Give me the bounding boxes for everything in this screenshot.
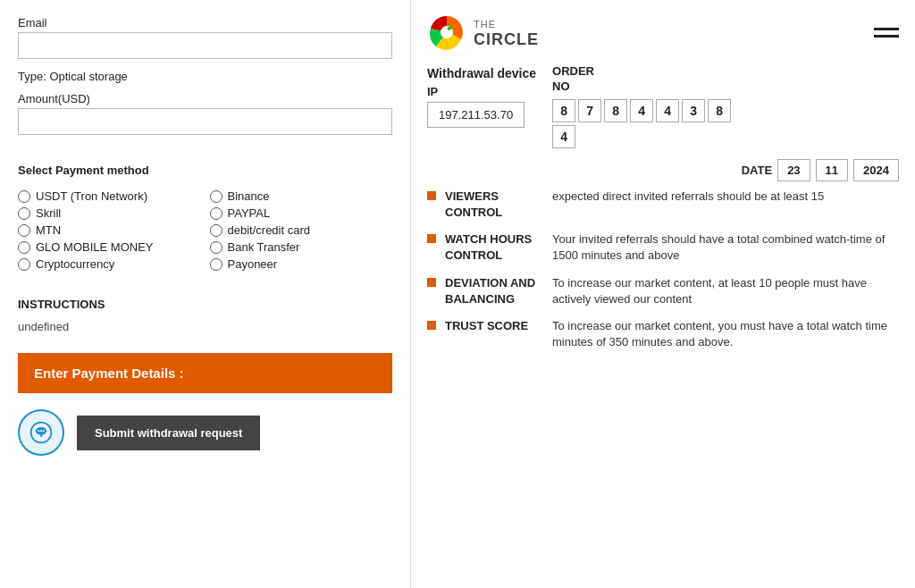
amount-label: Amount(USD) <box>18 92 392 105</box>
info-item-watch: WATCH HOURSCONTROL Your invited referral… <box>427 231 899 264</box>
digit-7: 4 <box>552 125 575 148</box>
payment-bank[interactable]: Bank Transfer <box>210 240 393 254</box>
date-day: 23 <box>777 159 810 181</box>
info-dot-viewers <box>427 191 436 200</box>
svg-point-4 <box>43 430 45 432</box>
digit-3: 4 <box>630 99 653 122</box>
payment-paypal-label: PAYPAL <box>228 206 271 220</box>
info-title-watch: WATCH HOURSCONTROL <box>445 231 543 264</box>
chat-icon-button[interactable] <box>18 409 64 456</box>
date-month: 11 <box>816 159 848 181</box>
info-dot-watch <box>427 234 436 243</box>
chat-icon <box>29 420 54 445</box>
payment-payoneer[interactable]: Payoneer <box>210 257 393 271</box>
logo-area: THE CIRCLE <box>427 13 539 52</box>
instructions-value: undefined <box>18 320 392 333</box>
info-content-deviation: DEVIATION ANDBALANCING To increase our m… <box>445 275 899 307</box>
payment-payoneer-label: Payoneer <box>228 257 278 271</box>
ip-value: 197.211.53.70 <box>427 102 525 128</box>
order-block: ORDERNO 8 7 8 4 4 3 8 4 <box>552 64 731 148</box>
digit-6: 8 <box>708 99 731 122</box>
payment-glo[interactable]: GLO MOBILE MONEY <box>18 240 201 254</box>
payment-bank-label: Bank Transfer <box>228 240 300 254</box>
radio-payoneer <box>210 258 222 271</box>
bottom-row: Submit withdrawal request <box>18 409 392 456</box>
digit-0: 8 <box>552 99 575 122</box>
logo-circle: CIRCLE <box>474 30 539 48</box>
withdrawal-ip-block: Withdrawal device IP 197.211.53.70 <box>427 64 536 128</box>
radio-crypto <box>18 258 30 271</box>
date-label: DATE <box>742 164 772 177</box>
logo-the: THE <box>474 19 496 29</box>
left-panel: Email Type: Optical storage Amount(USD) … <box>0 0 411 588</box>
info-desc-deviation: To increase our market content, at least… <box>552 275 899 307</box>
email-input[interactable] <box>18 32 392 59</box>
info-desc-viewers: expected direct invited referrals should… <box>552 189 824 205</box>
order-digits-row2: 4 <box>552 125 731 148</box>
info-dot-deviation <box>427 278 436 287</box>
payment-crypto[interactable]: Cryptocurrency <box>18 257 201 271</box>
payment-glo-label: GLO MOBILE MONEY <box>36 240 153 254</box>
logo-text: THE CIRCLE <box>474 16 539 49</box>
digit-5: 3 <box>682 99 705 122</box>
svg-point-3 <box>40 430 42 432</box>
info-item-trust: TRUST SCORE To increase our market conte… <box>427 318 899 350</box>
info-content-trust: TRUST SCORE To increase our market conte… <box>445 318 899 350</box>
radio-paypal <box>210 207 222 220</box>
info-content-watch: WATCH HOURSCONTROL Your invited referral… <box>445 231 899 264</box>
hamburger-line-2 <box>874 35 899 38</box>
right-panel: THE CIRCLE Withdrawal device IP 197.211.… <box>411 0 915 588</box>
radio-glo <box>18 241 30 254</box>
radio-debit <box>210 224 222 237</box>
date-year: 2024 <box>853 159 899 181</box>
digit-4: 4 <box>656 99 679 122</box>
order-digits-row1: 8 7 8 4 4 3 8 <box>552 99 731 122</box>
header-row: THE CIRCLE <box>427 13 899 52</box>
info-title-viewers: VIEWERSCONTROL <box>445 189 543 221</box>
info-desc-trust: To increase our market content, you must… <box>552 318 899 350</box>
digit-2: 8 <box>604 99 627 122</box>
digit-1: 7 <box>578 99 601 122</box>
payment-methods: USDT (Tron Network) Binance Skrill PAYPA… <box>18 189 392 271</box>
payment-mtn-label: MTN <box>36 223 61 237</box>
payment-paypal[interactable]: PAYPAL <box>210 206 393 220</box>
info-desc-watch: Your invited referrals should have a tot… <box>552 231 899 264</box>
type-label: Type: Optical storage <box>18 70 392 83</box>
payment-skrill-label: Skrill <box>36 206 61 220</box>
email-label: Email <box>18 16 392 29</box>
radio-binance <box>210 190 222 203</box>
payment-debit[interactable]: debit/credit card <box>210 223 393 237</box>
payment-binance-label: Binance <box>228 189 270 203</box>
payment-title: Select Payment method <box>18 164 392 177</box>
submit-button[interactable]: Submit withdrawal request <box>77 416 260 450</box>
info-title-trust: TRUST SCORE <box>445 318 543 334</box>
payment-mtn[interactable]: MTN <box>18 223 201 237</box>
info-item-deviation: DEVIATION ANDBALANCING To increase our m… <box>427 275 899 307</box>
ip-label: IP <box>427 85 536 98</box>
instructions-title: INSTRUCTIONS <box>18 298 392 311</box>
info-list: VIEWERSCONTROL expected direct invited r… <box>427 189 899 351</box>
svg-point-2 <box>38 430 39 432</box>
date-row: DATE 23 11 2024 <box>427 159 899 181</box>
info-item-viewers: VIEWERSCONTROL expected direct invited r… <box>427 189 899 221</box>
radio-usdt <box>18 190 30 203</box>
payment-crypto-label: Cryptocurrency <box>36 257 114 271</box>
payment-binance[interactable]: Binance <box>210 189 393 203</box>
hamburger-line-1 <box>874 28 899 30</box>
enter-payment-button[interactable]: Enter Payment Details : <box>18 353 392 393</box>
amount-input[interactable] <box>18 108 392 135</box>
logo-icon <box>427 13 466 52</box>
radio-bank <box>210 241 222 254</box>
payment-skrill[interactable]: Skrill <box>18 206 201 220</box>
payment-usdt-label: USDT (Tron Network) <box>36 189 147 203</box>
hamburger-menu[interactable] <box>874 28 899 38</box>
payment-usdt[interactable]: USDT (Tron Network) <box>18 189 201 203</box>
radio-skrill <box>18 207 30 220</box>
info-dot-trust <box>427 321 436 330</box>
info-title-deviation: DEVIATION ANDBALANCING <box>445 275 543 307</box>
payment-debit-label: debit/credit card <box>228 223 311 237</box>
radio-mtn <box>18 224 30 237</box>
withdrawal-label: Withdrawal device <box>427 64 536 83</box>
info-content-viewers: VIEWERSCONTROL expected direct invited r… <box>445 189 824 221</box>
order-label: ORDERNO <box>552 64 731 95</box>
